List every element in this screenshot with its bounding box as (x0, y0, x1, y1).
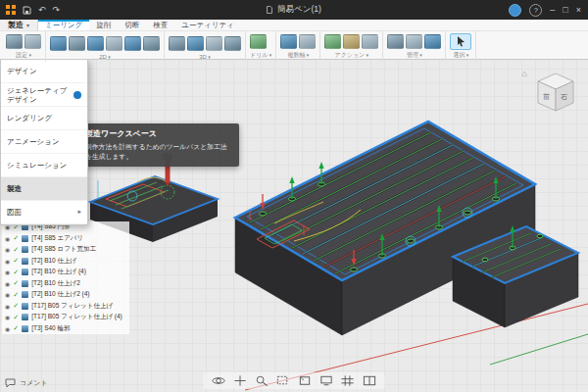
comment-label: コメント (20, 378, 48, 388)
workspace-selector-button[interactable]: 製造 (0, 20, 38, 30)
workspace-item-manufacture[interactable]: 製造 (1, 177, 87, 201)
viewports-icon[interactable] (363, 374, 377, 387)
display-settings-icon[interactable] (319, 374, 334, 387)
tab-turning[interactable]: 旋削 (89, 20, 118, 30)
visibility-eye-icon[interactable] (5, 246, 10, 253)
operation-row[interactable]: [T3] S40 輪郭 (2, 323, 129, 335)
swarf-icon[interactable] (280, 34, 297, 49)
minimize-button[interactable] (550, 6, 555, 15)
ribbon: 製造 ミーリング 旋削 切断 検査 ユーティリティ 設定 (0, 20, 588, 60)
operation-type-icon (22, 280, 28, 287)
document-icon (266, 6, 273, 14)
drill-icon[interactable] (250, 34, 267, 49)
stock-icon[interactable] (24, 34, 41, 49)
workspace-item-drawing[interactable]: 図面 (1, 201, 87, 224)
workspace-item-animation[interactable]: アニメーション (1, 130, 87, 154)
maximize-button[interactable] (563, 6, 567, 15)
workspace-item-generative-design[interactable]: ジェネレーティブ デザイン (1, 83, 87, 107)
valid-check-icon (13, 279, 19, 287)
operation-row[interactable]: [T2] B10 仕上げ2 (4) (2, 289, 129, 301)
valid-check-icon (13, 234, 19, 242)
workspace-item-render[interactable]: レンダリング (1, 107, 87, 130)
machine-library-icon[interactable] (424, 34, 441, 49)
operation-type-icon (22, 291, 28, 298)
3d-parallel-icon[interactable] (206, 36, 222, 51)
2d-slot-icon[interactable] (106, 36, 122, 51)
visibility-eye-icon[interactable] (5, 303, 10, 310)
zoom-window-icon[interactable] (276, 374, 291, 387)
group-manage: 管理 (383, 31, 446, 62)
group-drilling: ドリル (246, 31, 276, 62)
premium-badge-icon (74, 91, 81, 99)
group-actions: アクション (320, 31, 383, 62)
group-multiaxis: 複数軸 (276, 31, 320, 62)
simulate-icon[interactable] (324, 34, 341, 49)
workspace-item-simulation[interactable]: シミュレーション (1, 154, 87, 177)
fit-view-icon[interactable] (298, 374, 313, 387)
operation-row[interactable]: [T2] B10 仕上げ (4) (2, 267, 129, 278)
grid-settings-icon[interactable] (341, 374, 356, 387)
select-tool-button[interactable] (450, 33, 471, 50)
close-button[interactable] (576, 6, 581, 15)
multiaxis-contour-icon[interactable] (299, 34, 316, 49)
orbit-icon[interactable] (212, 374, 226, 387)
visibility-eye-icon[interactable] (5, 269, 10, 275)
operation-type-icon (22, 303, 28, 310)
view-cube-faces[interactable]: 前 右 (529, 69, 582, 120)
operation-row[interactable]: [T2] B10 仕上げ2 (2, 278, 129, 290)
2d-trace-icon[interactable] (143, 36, 160, 51)
group-3d: 3D (165, 31, 246, 62)
valid-check-icon (13, 291, 19, 299)
app-grid-icon[interactable] (6, 5, 16, 15)
task-manager-icon[interactable] (406, 34, 422, 49)
valid-check-icon (13, 314, 19, 321)
operation-type-icon (22, 246, 28, 253)
user-avatar[interactable] (509, 4, 521, 17)
visibility-eye-icon[interactable] (5, 325, 10, 332)
group-2d: 2D (46, 31, 165, 62)
valid-check-icon (13, 246, 19, 254)
tool-library-icon[interactable] (387, 34, 404, 49)
2d-pocket-icon[interactable] (69, 36, 85, 51)
operation-row[interactable]: [T4] S85 エアバリ (2, 233, 129, 245)
2d-face-icon[interactable] (50, 36, 67, 51)
view-cube[interactable]: ⌂ 前 右 (522, 69, 582, 120)
operation-row[interactable]: [T17] B05 フィレット仕上げ (4) (2, 312, 129, 323)
2d-contour-icon[interactable] (87, 36, 104, 51)
save-icon[interactable] (23, 6, 31, 15)
group-setup: 設定 (2, 31, 46, 62)
2d-adaptive-icon[interactable] (124, 36, 141, 51)
redo-icon[interactable] (53, 6, 61, 15)
visibility-eye-icon[interactable] (5, 314, 10, 320)
viewcube-front-label: 前 (543, 93, 550, 100)
undo-icon[interactable] (38, 6, 46, 15)
pan-icon[interactable] (233, 374, 248, 387)
help-icon[interactable]: ? (529, 4, 542, 17)
tab-inspection[interactable]: 検査 (146, 20, 174, 30)
post-process-icon[interactable] (343, 34, 360, 49)
operation-row[interactable]: [T17] B05 フィレット仕上げ (2, 301, 129, 313)
workspace-menu: デザイン ジェネレーティブ デザイン レンダリング アニメーション シミュレーシ… (0, 59, 88, 225)
visibility-eye-icon[interactable] (5, 291, 10, 298)
operation-row[interactable]: [T2] B10 仕上げ (2, 256, 129, 268)
comment-bar[interactable]: コメント (5, 378, 48, 388)
3d-scallop-icon[interactable] (224, 36, 241, 51)
setup-sheet-icon[interactable] (362, 34, 378, 49)
operation-row[interactable]: [T4] S85 ロフト荒加工 (2, 244, 129, 256)
tab-milling[interactable]: ミーリング (38, 20, 89, 30)
document-title: 簡易ペン(1) (277, 4, 321, 16)
zoom-icon[interactable] (255, 374, 270, 387)
tab-cutting[interactable]: 切断 (118, 20, 146, 30)
3d-adaptive-icon[interactable] (169, 36, 185, 51)
operation-type-icon (22, 235, 28, 242)
home-view-icon[interactable]: ⌂ (522, 69, 527, 78)
visibility-eye-icon[interactable] (5, 280, 10, 287)
3d-pocket-icon[interactable] (187, 36, 204, 51)
visibility-eye-icon[interactable] (5, 235, 10, 242)
tab-utilities[interactable]: ユーティリティ (174, 20, 241, 30)
workspace-tooltip: 製造ワークスペース 制作方法を計画するためのツールパスと加工法を生成します。 (78, 123, 239, 167)
visibility-eye-icon[interactable] (5, 258, 10, 265)
new-setup-icon[interactable] (6, 34, 23, 49)
workspace-item-design[interactable]: デザイン (1, 60, 87, 83)
tooltip-body: 制作方法を計画するためのツールパスと加工法を生成します。 (85, 142, 232, 161)
